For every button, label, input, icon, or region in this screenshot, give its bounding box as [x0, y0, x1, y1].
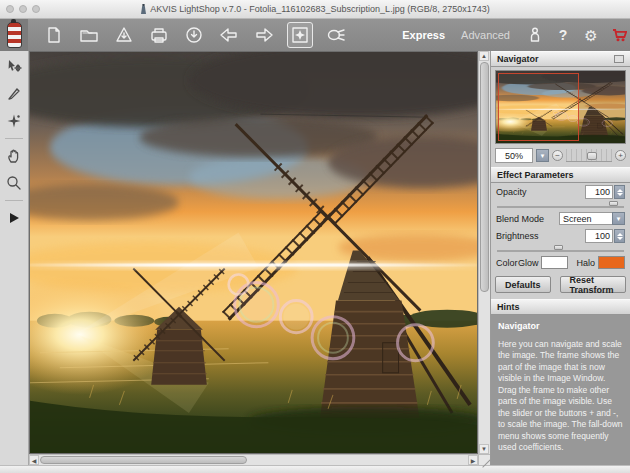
halo-color-swatch[interactable] [598, 256, 625, 269]
opacity-slider[interactable] [497, 201, 624, 208]
app-window: AKVIS LightShop v.7.0 - Fotolia_11610268… [0, 0, 630, 473]
defaults-button[interactable]: Defaults [495, 276, 551, 293]
tool-separator [5, 138, 23, 139]
buy-cart-icon [612, 29, 627, 42]
scroll-right-arrow[interactable]: ▶ [468, 455, 478, 465]
buy-button[interactable] [608, 24, 630, 46]
brightness-value-field[interactable]: 100 [585, 229, 613, 243]
profile-button[interactable] [524, 24, 546, 46]
akvis-logo [0, 19, 28, 51]
brightness-row: Brightness 100 [491, 227, 630, 245]
hint-text: Here you can navigate and scale the imag… [498, 339, 623, 454]
zoom-in-button[interactable]: + [615, 150, 626, 161]
hint-heading: Navigator [498, 321, 623, 331]
zoom-tool-icon [6, 175, 22, 191]
gear-icon: ⚙ [584, 28, 597, 43]
flare-tool-icon [6, 113, 22, 129]
window-title: AKVIS LightShop v.7.0 - Fotolia_11610268… [150, 4, 489, 14]
run-processing-button[interactable] [4, 208, 24, 228]
zoom-slider-thumb[interactable] [587, 152, 597, 160]
brightness-slider-thumb[interactable] [554, 245, 563, 250]
undo-button[interactable] [217, 23, 241, 47]
redo-button[interactable] [252, 23, 276, 47]
titlebar: AKVIS LightShop v.7.0 - Fotolia_11610268… [0, 0, 630, 19]
play-icon [7, 211, 21, 225]
image-canvas[interactable] [29, 51, 478, 454]
color-label: Color [496, 258, 518, 268]
app-icon [140, 4, 147, 14]
settings-panel: Navigator [490, 51, 630, 465]
undo-icon [219, 27, 239, 43]
effect-parameters-header: Effect Parameters [491, 167, 630, 183]
zoom-tool[interactable] [4, 173, 24, 193]
preferences-button[interactable]: ⚙ [580, 24, 602, 46]
horizontal-scrollbar[interactable]: ◀ ▶ [29, 454, 478, 465]
vertical-scroll-thumb[interactable] [480, 62, 489, 292]
glow-color-swatch[interactable] [541, 256, 568, 269]
brightness-slider[interactable] [497, 245, 624, 252]
help-button[interactable]: ? [552, 24, 574, 46]
scroll-down-arrow[interactable]: ▼ [479, 444, 489, 454]
main-toolbar: Express Advanced ? ⚙ [0, 19, 630, 51]
move-tool[interactable] [4, 57, 24, 77]
new-document-button[interactable] [42, 23, 66, 47]
reset-transform-button[interactable]: Reset Transform [560, 276, 626, 293]
blend-mode-value: Screen [559, 212, 612, 225]
run-effect-icon [291, 26, 309, 44]
opacity-stepper[interactable] [614, 185, 625, 199]
pen-tool[interactable] [4, 84, 24, 104]
profile-icon [529, 27, 541, 43]
share-button[interactable] [324, 23, 348, 47]
hand-tool[interactable] [4, 146, 24, 166]
opacity-value-field[interactable]: 100 [585, 185, 613, 199]
save-button[interactable] [112, 23, 136, 47]
print-button[interactable] [147, 23, 171, 47]
blend-mode-select[interactable]: Screen ▼ [559, 212, 625, 225]
help-icon: ? [559, 28, 568, 42]
vertical-scrollbar[interactable]: ▲ ▼ [478, 51, 490, 454]
hints-panel: Navigator Here you can navigate and scal… [491, 315, 630, 465]
flare-tool[interactable] [4, 111, 24, 131]
effect-parameters-title: Effect Parameters [497, 170, 574, 180]
opacity-label: Opacity [496, 187, 585, 197]
blend-mode-dropdown-button[interactable]: ▼ [612, 212, 625, 225]
import-button[interactable] [182, 23, 206, 47]
windmill-photo [30, 52, 477, 453]
import-icon [185, 26, 203, 44]
resize-grip[interactable] [478, 454, 490, 465]
move-tool-icon [6, 59, 22, 75]
brightness-stepper[interactable] [614, 229, 625, 243]
scroll-left-arrow[interactable]: ◀ [29, 455, 39, 465]
glow-label: Glow [518, 258, 539, 268]
scroll-up-arrow[interactable]: ▲ [479, 51, 489, 61]
open-file-button[interactable] [77, 23, 101, 47]
lighthouse-icon [7, 22, 22, 48]
parameter-buttons: Defaults Reset Transform [491, 271, 630, 299]
share-icon [326, 26, 346, 44]
panel-options-icon[interactable] [614, 55, 624, 63]
advanced-mode-tab[interactable]: Advanced [453, 29, 518, 41]
tool-separator [5, 200, 23, 201]
print-icon [149, 26, 169, 44]
zoom-value-field[interactable]: 50% [495, 148, 533, 163]
zoom-dropdown-button[interactable]: ▼ [536, 149, 549, 162]
opacity-slider-thumb[interactable] [609, 201, 618, 206]
brightness-label: Brightness [496, 231, 585, 241]
express-mode-tab[interactable]: Express [394, 29, 453, 41]
new-document-icon [45, 26, 63, 44]
save-icon [114, 26, 134, 44]
redo-icon [254, 27, 274, 43]
zoom-out-button[interactable]: − [552, 150, 563, 161]
run-effect-button[interactable] [287, 22, 313, 48]
open-file-icon [79, 26, 99, 44]
blend-mode-row: Blend Mode Screen ▼ [491, 210, 630, 227]
zoom-slider[interactable] [566, 149, 612, 162]
navigator-view-frame[interactable] [498, 73, 579, 141]
opacity-row: Opacity 100 [491, 183, 630, 201]
horizontal-scroll-thumb[interactable] [40, 456, 247, 464]
navigator-thumbnail[interactable] [495, 70, 626, 144]
window-bottom-edge [0, 465, 630, 473]
zoom-controls: 50% ▼ − + [491, 146, 630, 167]
halo-label: Halo [576, 258, 595, 268]
pen-tool-icon [6, 86, 22, 102]
